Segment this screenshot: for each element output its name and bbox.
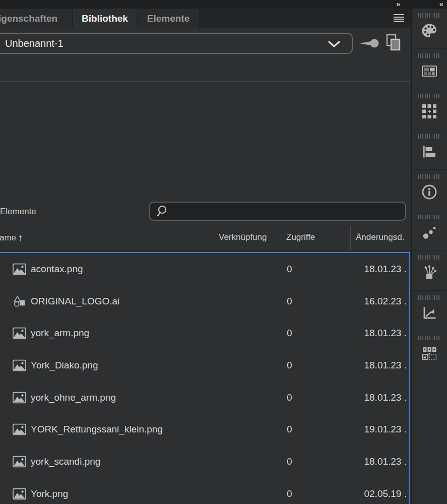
pages-icon (420, 344, 439, 363)
drag-grip (418, 134, 441, 139)
dock-button-transform[interactable] (412, 89, 447, 130)
drag-grip (418, 336, 441, 340)
file-access-count: 0 (287, 264, 292, 275)
dock-button-align[interactable] (412, 130, 447, 170)
tab-bibliothek[interactable]: Bibliothek (73, 9, 137, 28)
file-modified-date: 18.01.23 . (364, 360, 407, 371)
column-header-link[interactable]: Verknüpfung (219, 232, 267, 242)
search-input[interactable] (168, 206, 405, 217)
asset-list: acontax.png 0 18.01.23 . ORIGINAL_LOGO.a… (0, 252, 410, 504)
column-header-name[interactable]: ame ↑ (0, 232, 23, 243)
column-label: ame (0, 233, 16, 243)
file-modified-date: 16.02.23 . (364, 296, 407, 307)
column-divider[interactable] (281, 226, 281, 249)
library-select-value: Unbenannt-1 (5, 38, 63, 49)
collapse-dock-icon[interactable]: « (439, 0, 444, 8)
list-item[interactable]: york_arm.png 0 18.01.23 . (0, 317, 409, 349)
chevron-down-icon (328, 40, 341, 50)
vector-file-icon (13, 295, 26, 307)
tab-label: igenschaften (0, 13, 57, 24)
image-file-icon (13, 488, 26, 499)
tab-elemente[interactable]: Elemente (138, 9, 199, 28)
column-divider[interactable] (350, 226, 351, 249)
tab-label: Elemente (147, 13, 189, 24)
drag-grip (418, 295, 441, 300)
drag-grip (418, 255, 441, 260)
file-name: York.png (31, 488, 68, 499)
list-item[interactable]: York.png 0 02.05.19 . (0, 478, 409, 504)
column-header-modified[interactable]: Änderungsd. (356, 232, 404, 242)
tab-eigenschaften[interactable]: igenschaften (0, 9, 72, 28)
dock-button-dots[interactable] (412, 210, 447, 250)
dots-icon (420, 223, 439, 242)
file-modified-date: 19.01.23 . (364, 424, 407, 435)
image-file-icon (13, 359, 26, 371)
column-header-access[interactable]: Zugriffe (286, 232, 315, 242)
file-modified-date: 18.01.23 . (364, 392, 407, 403)
divider (0, 81, 411, 82)
search-box (149, 202, 406, 221)
file-access-count: 0 (287, 328, 292, 339)
file-access-count: 0 (287, 392, 292, 403)
dock-button-color-palette[interactable] (412, 9, 447, 49)
image-file-icon (13, 424, 26, 435)
file-name: york_scandi.png (31, 456, 100, 467)
transform-icon (420, 102, 439, 121)
panel-menu-icon[interactable] (394, 14, 404, 22)
image-file-icon (13, 263, 26, 275)
chart-icon (420, 303, 439, 323)
dock-button-info[interactable] (412, 170, 447, 210)
file-name: ORIGINAL_LOGO.ai (31, 296, 119, 307)
file-access-count: 0 (287, 456, 292, 467)
items-count-label: Elemente (0, 207, 36, 217)
image-file-icon (13, 392, 26, 403)
dock-button-swatches[interactable] (412, 49, 447, 89)
tab-label: Bibliothek (82, 13, 128, 24)
drag-grip (418, 53, 441, 58)
drag-grip (418, 13, 441, 18)
file-name: acontax.png (31, 264, 83, 275)
list-item[interactable]: ORIGINAL_LOGO.ai 0 16.02.23 . (0, 285, 409, 318)
filter-row: Elemente (0, 189, 411, 222)
info-icon (420, 182, 439, 202)
library-panel: igenschaften Bibliothek Elemente Unbenan… (0, 9, 411, 504)
file-modified-date: 18.01.23 . (364, 328, 407, 339)
search-icon (156, 205, 168, 218)
swatches-icon (420, 61, 439, 81)
dock-button-pages[interactable] (412, 331, 447, 371)
library-select[interactable]: Unbenannt-1 (0, 33, 353, 54)
dock-button-chart[interactable] (412, 291, 447, 331)
duplicate-icon[interactable] (386, 34, 402, 52)
list-item[interactable]: acontax.png 0 18.01.23 . (0, 253, 409, 285)
panel-dock (412, 9, 447, 504)
color-palette-icon (420, 21, 439, 40)
file-modified-date: 18.01.23 . (364, 264, 407, 275)
list-item[interactable]: york_ohne_arm.png 0 18.01.23 . (0, 382, 409, 414)
file-modified-date: 18.01.23 . (364, 456, 407, 467)
panel-tab-bar: igenschaften Bibliothek Elemente (0, 9, 411, 28)
file-access-count: 0 (287, 296, 292, 307)
brushes-icon (420, 263, 439, 282)
drag-grip (418, 215, 441, 219)
file-access-count: 0 (287, 424, 292, 435)
dock-button-brushes[interactable] (412, 250, 447, 291)
file-access-count: 0 (287, 488, 292, 499)
file-name: york_arm.png (31, 328, 89, 339)
list-item[interactable]: YORK_Rettungssani_klein.png 0 19.01.23 . (0, 413, 409, 446)
panel-top-strip: » « (0, 0, 447, 9)
panel-window: » « igenschaften Bibliothek Elemente Unb… (0, 0, 447, 504)
file-name: YORK_Rettungssani_klein.png (31, 424, 163, 435)
expand-panel-icon[interactable]: » (396, 0, 401, 8)
table-header: ame ↑ Verknüpfung Zugriffe Änderungsd. (0, 225, 411, 252)
column-divider[interactable] (213, 226, 213, 249)
file-name: york_ohne_arm.png (31, 392, 116, 403)
file-modified-date: 02.05.19 . (364, 488, 407, 499)
pin-icon[interactable] (359, 38, 380, 48)
align-icon (420, 142, 439, 161)
list-item[interactable]: York_Diako.png 0 18.01.23 . (0, 349, 409, 382)
sort-ascending-icon: ↑ (18, 232, 23, 243)
file-name: York_Diako.png (31, 360, 98, 371)
file-access-count: 0 (287, 360, 292, 371)
image-file-icon (13, 456, 26, 467)
list-item[interactable]: york_scandi.png 0 18.01.23 . (0, 446, 409, 478)
